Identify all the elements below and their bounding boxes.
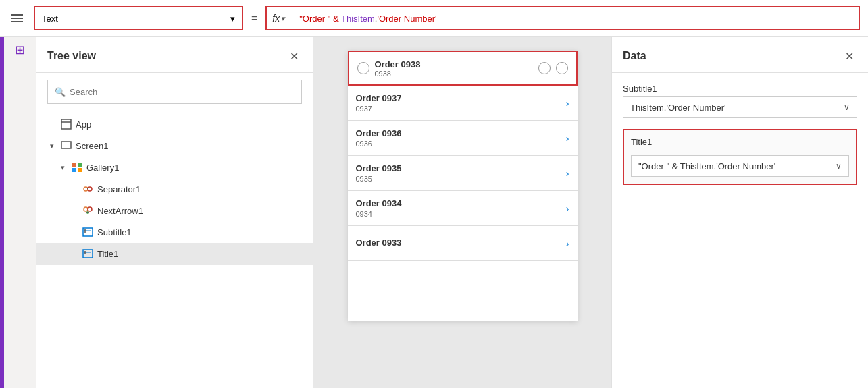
- expand-placeholder-sep: [69, 185, 78, 193]
- expand-placeholder-title: [69, 250, 78, 258]
- separator-icon: [82, 184, 93, 194]
- gallery-content-0933: Order 0933: [356, 238, 566, 249]
- tree-item-gallery1[interactable]: ▾ Gallery1: [36, 157, 313, 178]
- tree-search-area: 🔍: [36, 73, 313, 111]
- gallery-title-0934: Order 0934: [356, 198, 566, 209]
- gallery-content-0934: Order 0934 0934: [356, 198, 566, 218]
- nextarrow-icon: [82, 205, 93, 216]
- gallery-item-0934[interactable]: Order 0934 0934 ›: [348, 191, 578, 226]
- tree-label-separator1: Separator1: [97, 184, 141, 194]
- tree-panel: Tree view ✕ 🔍 App ▾: [36, 37, 313, 388]
- svg-rect-4: [78, 163, 82, 167]
- app-canvas: Order 0938 0938 Order 0937 0937 › Order: [348, 51, 578, 321]
- app-icon: [61, 119, 72, 130]
- expand-gallery1: ▾: [58, 163, 68, 172]
- title-dropdown[interactable]: "Order " & ThisItem.'Order Number' ∨: [631, 155, 849, 177]
- subtitle-dropdown[interactable]: ThisItem.'Order Number' ∨: [623, 96, 857, 118]
- expand-screen1: ▾: [47, 142, 57, 150]
- svg-rect-14: [83, 250, 93, 258]
- tree-item-nextarrow1[interactable]: NextArrow1: [36, 200, 313, 221]
- tree-header: Tree view ✕: [36, 37, 313, 73]
- title-chevron-icon: ∨: [836, 161, 842, 171]
- tree-view-title: Tree view: [47, 50, 96, 62]
- gallery-subtitle-0936: 0936: [356, 140, 566, 148]
- handle-row: [538, 62, 568, 74]
- gallery-selected-item[interactable]: Order 0938 0938: [348, 51, 578, 86]
- svg-rect-0: [61, 119, 71, 129]
- search-box[interactable]: 🔍: [47, 80, 302, 104]
- gallery-title-0933: Order 0933: [356, 238, 566, 248]
- subtitle-chevron-icon: ∨: [844, 103, 850, 112]
- tree-body: App ▾ Screen1 ▾ Gallery1: [36, 111, 313, 388]
- gallery-item-0937[interactable]: Order 0937 0937 ›: [348, 86, 578, 121]
- gallery-content-0935: Order 0935 0935: [356, 163, 566, 183]
- gallery-subtitle-0937: 0937: [356, 105, 566, 113]
- svg-rect-3: [72, 163, 76, 167]
- gallery-content-0936: Order 0936 0936: [356, 128, 566, 148]
- chevron-icon-0935: ›: [566, 168, 569, 179]
- data-close-button[interactable]: ✕: [841, 48, 857, 64]
- tree-item-title1[interactable]: Title1: [36, 243, 313, 265]
- text-dropdown[interactable]: Text ▾: [34, 6, 243, 30]
- title-dropdown-value: "Order " & ThisItem.'Order Number': [638, 161, 775, 171]
- data-header: Data ✕: [612, 37, 868, 73]
- handle-mid: [538, 62, 551, 74]
- formula-bar[interactable]: fx ▾ "Order " & ThisItem.'Order Number': [265, 6, 860, 30]
- gallery-content-0937: Order 0937 0937: [356, 93, 566, 113]
- title-text-icon: [82, 248, 93, 259]
- hamburger-icon[interactable]: [8, 11, 26, 25]
- fx-icon: fx ▾: [272, 13, 285, 24]
- svg-rect-5: [72, 168, 76, 172]
- search-icon: 🔍: [55, 87, 66, 97]
- canvas-area: Order 0938 0938 Order 0937 0937 › Order: [313, 37, 611, 388]
- gallery-title-0936: Order 0936: [356, 128, 566, 138]
- tree-label-screen1: Screen1: [76, 141, 108, 151]
- selected-subtitle-text: 0938: [375, 70, 533, 78]
- handle-right: [556, 62, 568, 74]
- tree-label-title1: Title1: [97, 249, 118, 259]
- svg-rect-12: [83, 228, 93, 236]
- tree-item-app[interactable]: App: [36, 113, 313, 135]
- main-content: ⊞ Tree view ✕ 🔍 App: [0, 37, 868, 388]
- chevron-down-icon: ▾: [230, 13, 235, 24]
- gallery-title-0935: Order 0935: [356, 163, 566, 173]
- screen-icon: [61, 140, 72, 151]
- svg-rect-2: [61, 142, 71, 148]
- gallery-icon: [72, 162, 82, 173]
- layers-icon[interactable]: ⊞: [15, 43, 25, 57]
- formula-text: "Order " & ThisItem.'Order Number': [299, 13, 436, 24]
- data-panel-title: Data: [623, 50, 646, 62]
- tree-label-gallery1: Gallery1: [86, 163, 119, 173]
- equals-sign: =: [249, 12, 260, 24]
- subtitle-dropdown-value: ThisItem.'Order Number': [630, 103, 726, 113]
- text-dropdown-label: Text: [42, 13, 58, 24]
- top-bar: Text ▾ = fx ▾ "Order " & ThisItem.'Order…: [0, 0, 868, 37]
- formula-separator: [292, 11, 292, 26]
- selected-item-content: Order 0938 0938: [375, 59, 533, 78]
- expand-placeholder: [47, 120, 57, 128]
- gallery-title-0937: Order 0937: [356, 93, 566, 103]
- subtitle-field-label: Subtitle1: [623, 84, 857, 94]
- data-body: Subtitle1 ThisItem.'Order Number' ∨ Titl…: [612, 73, 868, 196]
- selected-title-text: Order 0938: [375, 59, 533, 70]
- svg-point-9: [84, 207, 88, 211]
- chevron-icon-0934: ›: [566, 203, 569, 214]
- chevron-icon-0937: ›: [566, 98, 569, 109]
- svg-rect-6: [78, 168, 82, 172]
- search-input[interactable]: [70, 87, 295, 97]
- expand-placeholder-sub: [69, 228, 78, 236]
- gallery-item-0936[interactable]: Order 0936 0936 ›: [348, 121, 578, 156]
- tree-label-nextarrow1: NextArrow1: [97, 206, 143, 216]
- gallery-item-0935[interactable]: Order 0935 0935 ›: [348, 156, 578, 191]
- gallery-subtitle-0935: 0935: [356, 175, 566, 183]
- tree-close-button[interactable]: ✕: [286, 48, 302, 64]
- tree-label-subtitle1: Subtitle1: [97, 227, 132, 238]
- handle-left: [357, 62, 369, 74]
- tree-item-separator1[interactable]: Separator1: [36, 178, 313, 200]
- chevron-icon-0936: ›: [566, 133, 569, 144]
- title-field-group: Title1 "Order " & ThisItem.'Order Number…: [623, 129, 857, 185]
- svg-point-8: [88, 187, 92, 191]
- tree-item-subtitle1[interactable]: Subtitle1: [36, 221, 313, 243]
- tree-item-screen1[interactable]: ▾ Screen1: [36, 135, 313, 157]
- gallery-item-0933[interactable]: Order 0933 ›: [348, 226, 578, 261]
